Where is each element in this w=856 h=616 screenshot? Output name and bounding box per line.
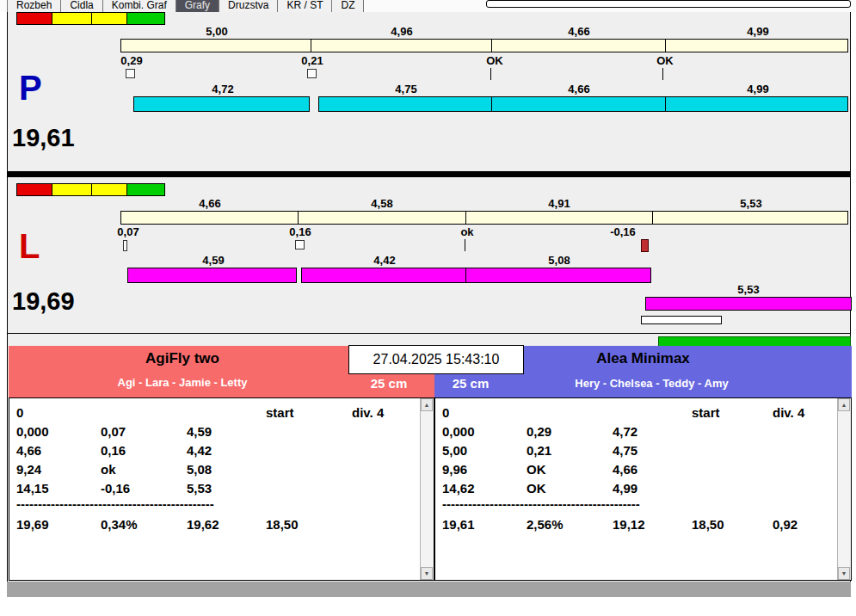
l-reaction-label: 0,16	[264, 225, 336, 238]
l-split-time-label: 5,53	[712, 283, 785, 296]
p-reaction-label: 0,21	[276, 54, 348, 67]
l-lane-time-label: 4,58	[346, 197, 418, 210]
tab-cidla[interactable]: Cidla	[60, 0, 102, 12]
down-arrow-icon: ▼	[424, 570, 430, 576]
bar-divider	[491, 40, 492, 52]
l-lane-time-label: 5,53	[715, 197, 787, 210]
result-cell: OK	[527, 481, 546, 496]
p-ok-label: OK	[629, 54, 701, 67]
marker-tick-icon	[465, 239, 465, 251]
result-cell: 9,96	[442, 462, 467, 477]
division-label: div. 4	[352, 405, 384, 420]
total-cell: 2,56%	[527, 517, 563, 532]
result-cell: 5,00	[442, 443, 467, 458]
tab-dz[interactable]: DZ	[331, 0, 364, 12]
team-right-members: Hery - Chelsea - Teddy - Amy	[452, 377, 852, 390]
p-status-strip	[17, 12, 165, 25]
result-cell: 4,42	[187, 443, 212, 458]
marker-fault-icon	[641, 239, 649, 252]
p-split-time-label: 4,75	[370, 83, 442, 95]
total-cell: 19,69	[16, 517, 49, 532]
bar-divider	[311, 40, 311, 52]
p-split-time-label: 4,99	[722, 83, 794, 95]
l-split-time-label: 4,59	[177, 254, 249, 267]
panel-bottom-line	[7, 333, 851, 334]
up-arrow-icon: ▲	[841, 402, 847, 408]
result-cell: 0,000	[16, 424, 49, 439]
p-split-bar	[318, 96, 848, 112]
bar-divider	[465, 268, 466, 282]
result-cell: 4,66	[16, 443, 41, 458]
tab-kombi-graf[interactable]: Kombi. Graf	[102, 0, 176, 12]
result-cell: 14,15	[16, 481, 49, 496]
status-segment-green	[126, 12, 165, 25]
scroll-down-button[interactable]: ▼	[838, 567, 850, 580]
up-arrow-icon: ▲	[424, 402, 430, 408]
separator-dashes: ----------------------------------------…	[16, 496, 266, 511]
team-left-results[interactable]: 0 start div. 4 0,000 0,07 4,59 4,66 0,16…	[9, 397, 434, 581]
total-cell: 18,50	[266, 517, 299, 532]
p-split-bar	[133, 96, 310, 112]
p-ok-label: OK	[459, 54, 531, 67]
p-reaction-label: 0,29	[95, 54, 168, 67]
scroll-up-button[interactable]: ▲	[838, 398, 850, 411]
status-segment-yellow	[52, 183, 92, 196]
result-cell: 4,75	[613, 443, 637, 458]
total-cell: 19,12	[613, 517, 645, 532]
p-lane-time-label: 4,66	[543, 25, 615, 38]
p-split-time-label: 4,72	[187, 83, 259, 95]
team-right-results[interactable]: 0 start div. 4 0,000 0,29 4,72 5,00 0,21…	[434, 397, 852, 581]
result-cell: 5,08	[187, 462, 212, 477]
start-label: start	[692, 405, 720, 420]
tab-rozbeh[interactable]: Rozbeh	[7, 0, 61, 12]
total-cell: 19,62	[187, 517, 219, 532]
marker-square-icon	[126, 69, 135, 78]
l-lane-time-label: 4,91	[523, 197, 595, 210]
l-ok-label: ok	[431, 225, 503, 238]
status-segment-yellow	[91, 12, 127, 25]
top-trackbar[interactable]	[486, 0, 851, 8]
start-label: start	[266, 405, 294, 420]
status-segment-yellow	[52, 12, 92, 25]
result-cell: ok	[101, 462, 116, 477]
progress-outline-box	[641, 316, 722, 324]
result-cell: 0	[16, 405, 23, 420]
marker-tick-icon	[662, 68, 663, 80]
bar-divider	[665, 40, 666, 52]
scroll-down-button[interactable]: ▼	[421, 567, 433, 580]
result-cell: 0,29	[527, 424, 551, 439]
l-total-time: 19,69	[12, 289, 75, 314]
app-window: Rozbeh Cidla Kombi. Graf Grafy Druzstva …	[0, 0, 856, 616]
result-cell: 4,66	[613, 462, 637, 477]
l-reaction-label: 0,07	[92, 225, 164, 238]
l-split-time-label: 5,08	[523, 254, 595, 267]
tab-druzstva[interactable]: Druzstva	[219, 0, 278, 12]
result-cell: 0	[442, 405, 449, 420]
l-fault-label: -0,16	[587, 225, 659, 238]
result-cell: 0,07	[101, 424, 126, 439]
status-segment-green	[126, 183, 165, 196]
tab-grafy[interactable]: Grafy	[176, 0, 219, 12]
down-arrow-icon: ▼	[841, 570, 847, 576]
total-cell: 18,50	[692, 517, 724, 532]
result-cell: OK	[527, 462, 546, 477]
marker-square-icon	[295, 240, 305, 249]
bar-divider	[465, 212, 466, 224]
vertical-scrollbar[interactable]: ▲ ▼	[420, 398, 434, 580]
result-cell: 0,000	[442, 424, 475, 439]
l-plan-bar	[120, 211, 848, 225]
panel-divider	[7, 171, 851, 177]
result-cell: 0,21	[527, 443, 551, 458]
p-lane-time-label: 4,96	[366, 25, 438, 38]
division-label: div. 4	[773, 405, 804, 420]
separator-dashes: ----------------------------------------…	[442, 496, 692, 511]
scroll-up-button[interactable]: ▲	[421, 398, 433, 411]
l-split-bar	[127, 268, 297, 283]
team-left-name: AgiFly two	[10, 350, 354, 367]
timestamp: 27.04.2025 15:43:10	[348, 345, 524, 374]
tab-kr-st[interactable]: KR / ST	[277, 0, 332, 12]
marker-bar-icon	[123, 240, 127, 251]
p-total-time: 19,61	[12, 126, 75, 151]
vertical-scrollbar[interactable]: ▲ ▼	[837, 398, 851, 580]
p-plan-bar	[120, 39, 848, 52]
